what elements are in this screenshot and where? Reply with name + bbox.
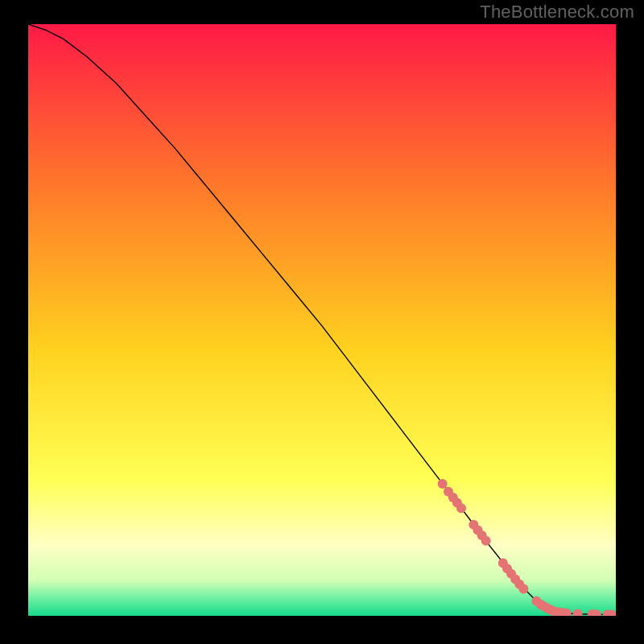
marker-point xyxy=(481,536,491,546)
marker-point xyxy=(518,584,528,594)
chart-frame: TheBottleneck.com xyxy=(0,0,644,644)
marker-point xyxy=(438,479,448,489)
chart-svg xyxy=(28,24,616,616)
marker-point xyxy=(456,503,466,513)
plot-area xyxy=(28,24,616,616)
watermark-text: TheBottleneck.com xyxy=(480,2,634,23)
gradient-bg xyxy=(28,24,616,616)
